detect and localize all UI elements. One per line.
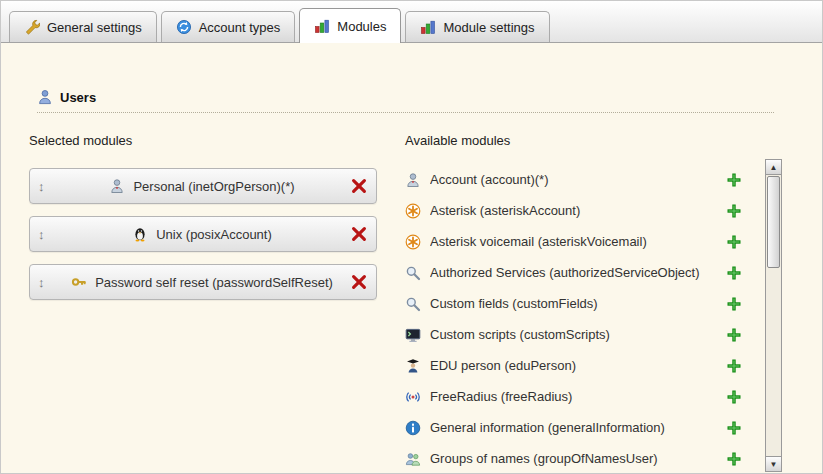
terminal-icon bbox=[405, 327, 421, 343]
available-module-row: FreeRadius (freeRadius) bbox=[405, 381, 750, 412]
scrollbar[interactable]: ▲ ▼ bbox=[765, 159, 782, 472]
magnifier-icon bbox=[405, 265, 421, 281]
selected-module-row: ↕ Password self reset (passwordSelfReset… bbox=[29, 264, 377, 300]
graduate-icon bbox=[405, 358, 421, 374]
add-icon[interactable] bbox=[726, 172, 742, 188]
available-module-row: EDU person (eduPerson) bbox=[405, 350, 750, 381]
user-icon bbox=[37, 89, 53, 105]
available-module-label: Account (account)(*) bbox=[430, 172, 717, 187]
add-icon[interactable] bbox=[726, 265, 742, 281]
available-module-label: Asterisk (asteriskAccount) bbox=[430, 203, 717, 218]
tab-module-settings[interactable]: Module settings bbox=[405, 11, 549, 42]
tab-modules[interactable]: Modules bbox=[299, 8, 401, 43]
available-module-row: General information (generalInformation) bbox=[405, 412, 750, 443]
available-module-row: Asterisk voicemail (asteriskVoicemail) bbox=[405, 226, 750, 257]
selected-module-content: Password self reset (passwordSelfReset) bbox=[54, 274, 350, 290]
available-module-label: Custom fields (customFields) bbox=[430, 296, 717, 311]
group-icon bbox=[405, 451, 421, 467]
info-icon bbox=[405, 420, 421, 436]
tab-label: Module settings bbox=[443, 20, 534, 35]
selected-module-content: Personal (inetOrgPerson)(*) bbox=[54, 178, 350, 194]
person-icon bbox=[109, 178, 125, 194]
asterisk-icon bbox=[405, 203, 421, 219]
delete-icon[interactable] bbox=[350, 177, 368, 195]
tab-general-settings[interactable]: General settings bbox=[9, 11, 157, 42]
scroll-up-button[interactable]: ▲ bbox=[765, 159, 782, 175]
penguin-icon bbox=[132, 226, 148, 242]
scroll-down-button[interactable]: ▼ bbox=[765, 456, 782, 472]
person-icon bbox=[405, 172, 421, 188]
scrollbar-thumb[interactable] bbox=[767, 176, 780, 268]
available-module-label: Custom scripts (customScripts) bbox=[430, 327, 717, 342]
tab-label: Modules bbox=[337, 19, 386, 34]
modules-chart-icon bbox=[420, 19, 436, 35]
modules-chart-icon bbox=[314, 18, 330, 34]
available-module-row: Asterisk (asteriskAccount) bbox=[405, 195, 750, 226]
available-module-row: Authorized Services (authorizedServiceOb… bbox=[405, 257, 750, 288]
selected-module-row: ↕ Personal (inetOrgPerson)(*) bbox=[29, 168, 377, 204]
add-icon[interactable] bbox=[726, 389, 742, 405]
tab-label: General settings bbox=[47, 20, 142, 35]
add-icon[interactable] bbox=[726, 296, 742, 312]
available-module-label: Authorized Services (authorizedServiceOb… bbox=[430, 265, 717, 280]
selected-module-content: Unix (posixAccount) bbox=[54, 226, 350, 242]
available-module-label: General information (generalInformation) bbox=[430, 420, 717, 435]
scrollbar-track[interactable] bbox=[766, 174, 781, 456]
tab-account-types[interactable]: Account types bbox=[161, 11, 296, 42]
available-module-label: EDU person (eduPerson) bbox=[430, 358, 717, 373]
lam-configuration-window: General settings Account types Modules M… bbox=[0, 0, 823, 474]
available-module-label: Asterisk voicemail (asteriskVoicemail) bbox=[430, 234, 717, 249]
section-divider bbox=[37, 112, 774, 113]
add-icon[interactable] bbox=[726, 420, 742, 436]
delete-icon[interactable] bbox=[350, 225, 368, 243]
delete-icon[interactable] bbox=[350, 273, 368, 291]
modules-columns: Selected modules ↕ Personal (inetOrgPers… bbox=[29, 133, 794, 474]
add-icon[interactable] bbox=[726, 451, 742, 467]
tab-bar: General settings Account types Modules M… bbox=[1, 1, 822, 43]
users-section-header: Users bbox=[37, 43, 794, 105]
available-module-row: Custom scripts (customScripts) bbox=[405, 319, 750, 350]
available-module-row: Custom fields (customFields) bbox=[405, 288, 750, 319]
selected-modules-column: Selected modules ↕ Personal (inetOrgPers… bbox=[29, 133, 377, 474]
add-icon[interactable] bbox=[726, 203, 742, 219]
drag-handle-icon[interactable]: ↕ bbox=[38, 227, 54, 242]
available-modules-heading: Available modules bbox=[405, 133, 750, 148]
selected-module-label: Password self reset (passwordSelfReset) bbox=[95, 275, 333, 290]
add-icon[interactable] bbox=[726, 358, 742, 374]
available-modules-column: Available modules Account (account)(*) A… bbox=[405, 133, 794, 474]
available-module-label: Groups of names (groupOfNamesUser) bbox=[430, 451, 717, 466]
available-module-row: Account (account)(*) bbox=[405, 164, 750, 195]
add-icon[interactable] bbox=[726, 327, 742, 343]
wrench-icon bbox=[24, 19, 40, 35]
magnifier-icon bbox=[405, 296, 421, 312]
selected-module-row: ↕ Unix (posixAccount) bbox=[29, 216, 377, 252]
selected-module-label: Personal (inetOrgPerson)(*) bbox=[133, 179, 294, 194]
key-icon bbox=[71, 274, 87, 290]
drag-handle-icon[interactable]: ↕ bbox=[38, 275, 54, 290]
selected-modules-heading: Selected modules bbox=[29, 133, 377, 148]
add-icon[interactable] bbox=[726, 234, 742, 250]
refresh-sphere-icon bbox=[176, 19, 192, 35]
selected-module-label: Unix (posixAccount) bbox=[156, 227, 272, 242]
antenna-icon bbox=[405, 389, 421, 405]
drag-handle-icon[interactable]: ↕ bbox=[38, 179, 54, 194]
section-title: Users bbox=[60, 90, 96, 105]
available-module-label: FreeRadius (freeRadius) bbox=[430, 389, 717, 404]
asterisk-icon bbox=[405, 234, 421, 250]
modules-tab-content: Users Selected modules ↕ Personal (inetO… bbox=[1, 43, 822, 474]
tab-label: Account types bbox=[199, 20, 281, 35]
available-module-row: Groups of names (groupOfNamesUser) bbox=[405, 443, 750, 474]
